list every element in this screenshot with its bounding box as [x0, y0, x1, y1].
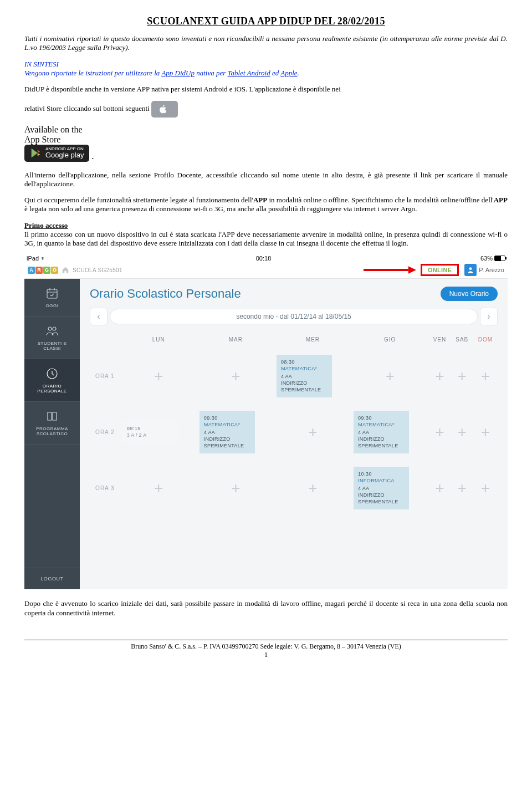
page-title: SCUOLANEXT GUIDA APP DIDUP DEL 28/02/201… — [24, 16, 508, 27]
lesson-cell[interactable]: 10:30INFORMATICA4 AA INDIRIZZO SPERIMENT… — [354, 467, 409, 509]
page-number: 1 — [24, 651, 508, 659]
add-slot[interactable]: + — [154, 479, 163, 497]
prev-period-button[interactable]: ‹ — [90, 308, 108, 325]
add-slot[interactable]: + — [435, 368, 444, 385]
battery-icon — [494, 256, 505, 261]
row-label-3: ORA 3 — [90, 460, 120, 516]
body-p1b: relativi Store cliccando sul bottoni seg… — [24, 101, 508, 118]
svg-point-2 — [469, 268, 472, 271]
online-indicator: ONLINE — [421, 264, 459, 276]
googleplay-icon — [30, 147, 42, 159]
apple-icon — [157, 103, 169, 115]
lesson-cell[interactable]: 09:30MATEMATICA*4 AA INDIRIZZO SPERIMENT… — [200, 411, 255, 453]
body-p1c: All'interno dell'applicazione, nella sez… — [24, 171, 508, 189]
add-slot[interactable]: + — [435, 479, 444, 497]
footer-text: Bruno Sanso' & C. S.a.s. – P. IVA 034997… — [24, 640, 508, 651]
app-screenshot: iPad ᯤ00:18 63% A R G O SCUOLA SG25501 O… — [24, 255, 508, 589]
sidebar-logout[interactable]: LOGOUT — [24, 568, 80, 589]
school-code: SCUOLA SG25501 — [73, 267, 122, 273]
username[interactable]: P. Arezzo — [479, 267, 504, 273]
svg-point-4 — [48, 327, 52, 330]
sidebar-item-studenti[interactable]: STUDENTI E CLASSI — [24, 317, 80, 359]
add-slot[interactable]: + — [231, 479, 240, 497]
sidebar-item-orario[interactable]: ORARIO PERSONALE — [24, 359, 80, 402]
googleplay-badge[interactable]: ANDROID APP ONGoogle play — [24, 145, 89, 161]
sidebar: OGGI STUDENTI E CLASSI ORARIO PERSONALE … — [24, 279, 80, 589]
next-period-button[interactable]: › — [480, 308, 498, 325]
post-screenshot-paragraph: Dopo che è avvenuto lo scarico iniziale … — [24, 599, 508, 618]
lesson-cell[interactable]: 09:153 A / 2 A — [122, 421, 178, 443]
new-orario-button[interactable]: Nuovo Orario — [441, 287, 498, 301]
add-slot[interactable]: + — [458, 479, 467, 497]
add-slot[interactable]: + — [308, 479, 317, 497]
sidebar-item-oggi[interactable]: OGGI — [24, 279, 80, 317]
period-label[interactable]: secondo mio - dal 01/12/14 al 18/05/15 — [110, 309, 478, 324]
svg-point-5 — [53, 327, 56, 330]
argo-logo: A R G O — [28, 267, 58, 274]
add-slot[interactable]: + — [308, 424, 317, 441]
arrow-annotation — [364, 266, 416, 274]
home-icon — [62, 266, 69, 274]
add-slot[interactable]: + — [481, 479, 490, 497]
sintesi: IN SINTESI Vengono riportate le istruzio… — [24, 60, 508, 78]
add-slot[interactable]: + — [231, 368, 240, 385]
avatar[interactable] — [464, 264, 477, 276]
lesson-cell[interactable]: 09:30MATEMATICA*4 AA INDIRIZZO SPERIMENT… — [354, 411, 409, 453]
svg-marker-1 — [408, 267, 416, 274]
add-slot[interactable]: + — [435, 424, 444, 441]
add-slot[interactable]: + — [458, 368, 467, 385]
body-p1a: DidUP è disponibile anche in versione AP… — [24, 85, 508, 94]
body-p1d: Qui ci occuperemo delle funzionalità str… — [24, 196, 508, 214]
add-slot[interactable]: + — [481, 424, 490, 441]
svg-rect-3 — [47, 289, 57, 298]
lesson-cell[interactable]: 08:30MATEMATICA*4 AA INDIRIZZO SPERIMENT… — [277, 355, 332, 397]
add-slot[interactable]: + — [481, 368, 490, 385]
schedule-grid: LUNMARMERGIOVENSABDOM ORA 1 + + 08:30MAT… — [90, 331, 498, 516]
row-label-2: ORA 2 — [90, 404, 120, 460]
row-label-1: ORA 1 — [90, 348, 120, 404]
sidebar-item-programma[interactable]: PROGRAMMA SCOLASTICO — [24, 402, 80, 445]
add-slot[interactable]: + — [385, 368, 394, 385]
add-slot[interactable]: + — [154, 368, 163, 385]
intro-paragraph: Tutti i nominativi riportati in questo d… — [24, 34, 508, 53]
appstore-badge[interactable] — [151, 101, 178, 118]
app-header: A R G O SCUOLA SG25501 ONLINE P. Arezzo — [24, 262, 508, 279]
add-slot[interactable]: + — [458, 424, 467, 441]
main-panel: Orario Scolastico Personale Nuovo Orario… — [80, 279, 508, 589]
panel-title: Orario Scolastico Personale — [90, 287, 241, 301]
section-primo-accesso: Primo accesso Il primo accesso con un nu… — [24, 221, 508, 248]
ios-statusbar: iPad ᯤ00:18 63% — [24, 255, 508, 262]
